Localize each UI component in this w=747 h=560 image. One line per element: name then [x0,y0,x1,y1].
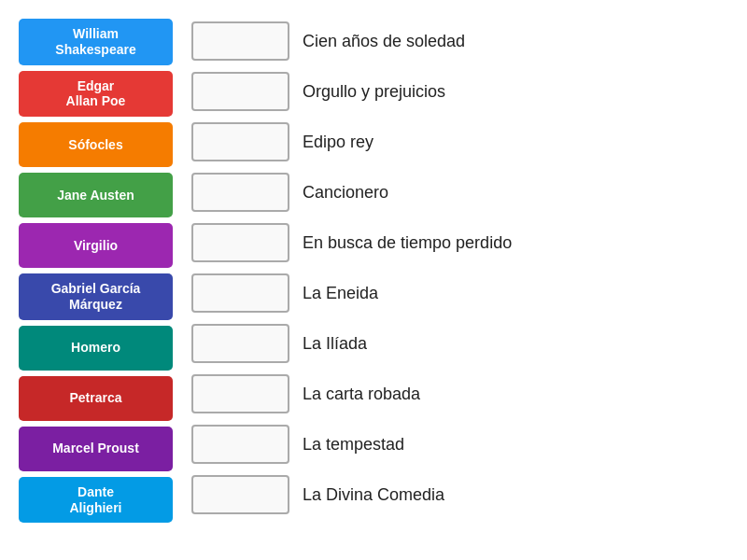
main-container: William ShakespeareEdgar Allan PoeSófocl… [19,19,728,523]
book-title-2: Edipo rey [303,133,374,152]
author-btn-shakespeare[interactable]: William Shakespeare [19,19,173,65]
match-row-1: Orgullo y prejuicios [191,69,728,114]
drop-box-4[interactable] [191,223,289,262]
match-row-3: Cancionero [191,170,728,215]
book-title-9: La Divina Comedia [303,485,444,505]
book-title-1: Orgullo y prejuicios [303,82,445,102]
drop-box-5[interactable] [191,273,289,313]
matches-column: Cien años de soledadOrgullo y prejuicios… [191,19,728,523]
author-btn-petrarca[interactable]: Petrarca [19,376,173,421]
author-btn-poe[interactable]: Edgar Allan Poe [19,71,173,118]
match-row-2: Edipo rey [191,119,728,164]
book-title-8: La tempestad [303,435,404,455]
author-btn-virgilio[interactable]: Virgilio [19,223,173,268]
author-btn-proust[interactable]: Marcel Proust [19,427,173,471]
drop-box-3[interactable] [191,173,289,212]
drop-box-6[interactable] [191,324,289,363]
match-row-4: En busca de tiempo perdido [191,220,728,265]
drop-box-8[interactable] [191,425,289,464]
match-row-0: Cien años de soledad [191,19,728,63]
book-title-6: La Ilíada [303,334,367,354]
drop-box-7[interactable] [191,374,289,413]
drop-box-9[interactable] [191,475,289,514]
match-row-7: La carta robada [191,371,728,416]
author-btn-homero[interactable]: Homero [19,326,173,371]
match-row-8: La tempestad [191,422,728,467]
book-title-7: La carta robada [303,385,420,404]
book-title-0: Cien años de soledad [303,32,465,51]
match-row-9: La Divina Comedia [191,472,728,517]
drop-box-0[interactable] [191,21,289,61]
author-btn-garcia[interactable]: Gabriel García Márquez [19,273,173,320]
book-title-3: Cancionero [303,183,388,203]
drop-box-1[interactable] [191,72,289,111]
book-title-4: En busca de tiempo perdido [303,233,512,253]
author-btn-dante[interactable]: Dante Alighieri [19,477,173,524]
book-title-5: La Eneida [303,284,378,303]
match-row-5: La Eneida [191,271,728,315]
author-btn-austen[interactable]: Jane Austen [19,173,173,217]
authors-column: William ShakespeareEdgar Allan PoeSófocl… [19,19,173,523]
drop-box-2[interactable] [191,122,289,161]
match-row-6: La Ilíada [191,321,728,366]
author-btn-sofocles[interactable]: Sófocles [19,122,173,167]
